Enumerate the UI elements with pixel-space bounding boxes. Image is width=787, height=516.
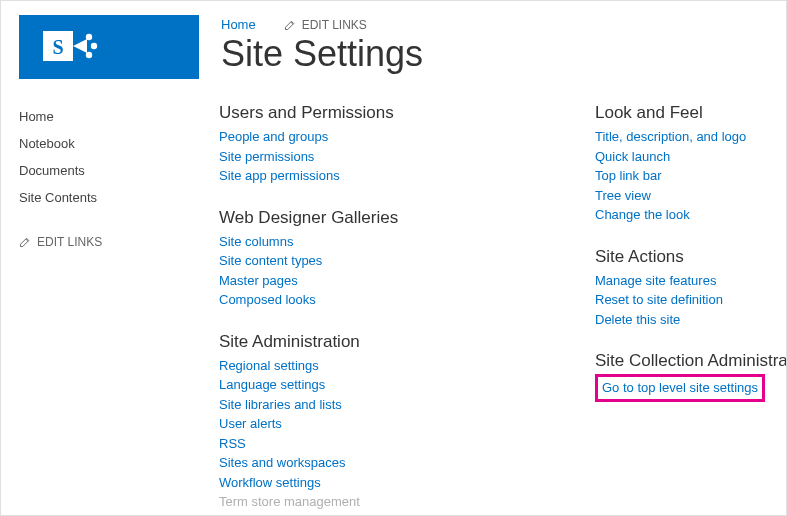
group-heading: Site Actions: [595, 247, 787, 267]
group-heading: Site Administration: [219, 332, 539, 352]
settings-link-delete-this-site[interactable]: Delete this site: [595, 310, 787, 330]
top-edit-links[interactable]: EDIT LINKS: [284, 18, 367, 32]
settings-link-change-the-look[interactable]: Change the look: [595, 205, 787, 225]
settings-column-0: Users and PermissionsPeople and groupsSi…: [219, 103, 539, 516]
sidebar-item-home[interactable]: Home: [19, 103, 219, 130]
group-heading: Look and Feel: [595, 103, 787, 123]
settings-group-site-actions: Site ActionsManage site featuresReset to…: [595, 247, 787, 330]
settings-link-reset-to-site-definition[interactable]: Reset to site definition: [595, 290, 787, 310]
settings-link-regional-settings[interactable]: Regional settings: [219, 356, 539, 376]
svg-text:S: S: [52, 36, 63, 58]
settings-link-workflow-settings[interactable]: Workflow settings: [219, 473, 539, 493]
group-heading: Site Collection Administration: [595, 351, 787, 371]
settings-link-go-to-top-level-site-settings[interactable]: Go to top level site settings: [602, 378, 758, 398]
settings-link-site-content-types[interactable]: Site content types: [219, 251, 539, 271]
sharepoint-logo-icon: S: [43, 27, 99, 67]
group-heading: Web Designer Galleries: [219, 208, 539, 228]
sidebar-item-site-contents[interactable]: Site Contents: [19, 184, 219, 211]
settings-link-top-link-bar[interactable]: Top link bar: [595, 166, 787, 186]
edit-links-label: EDIT LINKS: [302, 18, 367, 32]
settings-link-title-description-and-logo[interactable]: Title, description, and logo: [595, 127, 787, 147]
settings-link-term-store-management: Term store management: [219, 492, 539, 512]
settings-column-1: Look and FeelTitle, description, and log…: [595, 103, 787, 516]
settings-group-site-administration: Site AdministrationRegional settingsLang…: [219, 332, 539, 512]
settings-link-site-libraries-and-lists[interactable]: Site libraries and lists: [219, 395, 539, 415]
settings-main: Users and PermissionsPeople and groupsSi…: [219, 103, 787, 516]
settings-link-site-columns[interactable]: Site columns: [219, 232, 539, 252]
pencil-icon: [284, 19, 296, 31]
sidebar-item-documents[interactable]: Documents: [19, 157, 219, 184]
settings-link-master-pages[interactable]: Master pages: [219, 271, 539, 291]
settings-group-look-and-feel: Look and FeelTitle, description, and log…: [595, 103, 787, 225]
svg-point-4: [86, 52, 92, 58]
settings-link-tree-view[interactable]: Tree view: [595, 186, 787, 206]
settings-link-site-app-permissions[interactable]: Site app permissions: [219, 166, 539, 186]
settings-link-composed-looks[interactable]: Composed looks: [219, 290, 539, 310]
sharepoint-logo-tile[interactable]: S: [19, 15, 199, 79]
settings-link-manage-site-features[interactable]: Manage site features: [595, 271, 787, 291]
settings-link-rss[interactable]: RSS: [219, 434, 539, 454]
breadcrumb-home-link[interactable]: Home: [221, 17, 256, 32]
settings-link-language-settings[interactable]: Language settings: [219, 375, 539, 395]
settings-link-sites-and-workspaces[interactable]: Sites and workspaces: [219, 453, 539, 473]
settings-link-quick-launch[interactable]: Quick launch: [595, 147, 787, 167]
pencil-icon: [19, 236, 31, 248]
svg-point-3: [91, 43, 97, 49]
settings-link-people-and-groups[interactable]: People and groups: [219, 127, 539, 147]
group-heading: Users and Permissions: [219, 103, 539, 123]
sidebar-edit-links[interactable]: EDIT LINKS: [19, 235, 219, 249]
settings-group-site-collection-administration: Site Collection AdministrationGo to top …: [595, 351, 787, 402]
highlighted-link: Go to top level site settings: [595, 374, 765, 402]
settings-link-site-permissions[interactable]: Site permissions: [219, 147, 539, 167]
sidebar-item-notebook[interactable]: Notebook: [19, 130, 219, 157]
quick-launch-sidebar: HomeNotebookDocumentsSite Contents EDIT …: [19, 103, 219, 516]
settings-group-web-designer-galleries: Web Designer GalleriesSite columnsSite c…: [219, 208, 539, 310]
settings-link-user-alerts[interactable]: User alerts: [219, 414, 539, 434]
page-title: Site Settings: [221, 34, 423, 74]
settings-group-users-and-permissions: Users and PermissionsPeople and groupsSi…: [219, 103, 539, 186]
sidebar-edit-links-label: EDIT LINKS: [37, 235, 102, 249]
svg-point-2: [86, 34, 92, 40]
breadcrumb: Home EDIT LINKS: [221, 17, 423, 32]
